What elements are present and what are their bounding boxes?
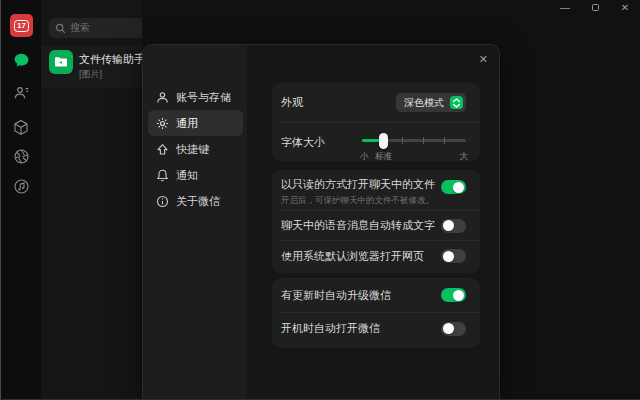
avatar-logo: 17 (14, 20, 29, 32)
menu-label: 账号与存储 (176, 90, 231, 105)
chat-list-panel: 搜索 + 文件传输助手 [图片] (41, 0, 142, 400)
appearance-select[interactable]: 深色模式 (396, 93, 466, 112)
launch-on-startup-label: 开机时自动打开微信 (281, 321, 380, 336)
dialog-close-button[interactable]: ✕ (479, 53, 488, 66)
channels-icon[interactable] (12, 177, 30, 195)
readonly-files-label: 以只读的方式打开聊天中的文件 (281, 177, 435, 192)
settings-menu: 账号与存储 通用 快捷键 通知 关于微信 (143, 45, 247, 400)
appearance-value: 深色模式 (404, 96, 444, 110)
select-chevrons-icon (450, 96, 463, 109)
menu-item-general[interactable]: 通用 (148, 110, 243, 136)
menu-label: 通用 (176, 116, 198, 131)
voice-to-text-label: 聊天中的语音消息自动转成文字 (281, 218, 435, 233)
search-icon (55, 23, 66, 34)
menu-label: 快捷键 (176, 142, 209, 157)
nav-rail: 17 (1, 0, 41, 400)
chat-icon[interactable] (12, 51, 30, 69)
font-size-min: 小 (360, 151, 369, 161)
settings-dialog: ✕ 账号与存储 通用 快捷键 通知 关于微信 (142, 44, 500, 400)
readonly-files-toggle[interactable] (441, 180, 466, 194)
chat-preview: [图片] (79, 68, 102, 81)
info-icon (156, 195, 169, 208)
launch-on-startup-toggle[interactable] (441, 322, 466, 336)
user-icon (156, 91, 169, 104)
voice-to-text-toggle[interactable] (441, 219, 466, 233)
wechat-window: — ✕ 17 搜索 + (0, 0, 640, 400)
update-card: 有更新时自动升级微信 开机时自动打开微信 (272, 278, 480, 348)
auto-update-toggle[interactable] (441, 288, 466, 302)
minimize-button[interactable]: — (550, 0, 580, 15)
menu-item-about[interactable]: 关于微信 (148, 188, 243, 214)
shortcut-key-icon (156, 143, 169, 156)
menu-item-shortcuts[interactable]: 快捷键 (148, 136, 243, 162)
font-size-max: 大 (460, 151, 469, 161)
contacts-icon[interactable] (12, 84, 30, 102)
menu-label: 关于微信 (176, 194, 220, 209)
auto-update-label: 有更新时自动升级微信 (281, 288, 391, 303)
default-browser-label: 使用系统默认浏览器打开网页 (281, 249, 424, 264)
file-transfer-icon (49, 50, 73, 74)
font-size-current: 标准 (375, 151, 392, 161)
font-size-label: 字体大小 (281, 135, 325, 150)
user-avatar[interactable]: 17 (10, 14, 33, 37)
file-browser-card: 以只读的方式打开聊天中的文件 开启后，可保护聊天中的文件不被修改。 聊天中的语音… (272, 170, 480, 273)
menu-label: 通知 (176, 168, 198, 183)
chat-list-item-file-helper[interactable]: 文件传输助手 [图片] (41, 46, 142, 88)
maximize-button[interactable] (580, 0, 610, 15)
miniprogram-icon[interactable] (12, 118, 30, 136)
chat-title: 文件传输助手 (79, 52, 142, 67)
readonly-files-description: 开启后，可保护聊天中的文件不被修改。 (281, 195, 435, 207)
bell-icon (156, 169, 169, 182)
slider-thumb[interactable] (379, 133, 388, 149)
maximize-icon (592, 4, 599, 11)
font-size-slider[interactable]: 小 标准 大 (362, 131, 466, 161)
settings-general-pane: 外观 深色模式 字体大小 (247, 45, 500, 400)
default-browser-toggle[interactable] (441, 249, 466, 263)
menu-item-account-storage[interactable]: 账号与存储 (148, 84, 243, 110)
close-button[interactable]: ✕ (610, 0, 640, 15)
appearance-label: 外观 (281, 95, 303, 110)
search-input[interactable]: 搜索 (49, 18, 142, 38)
appearance-card: 外观 深色模式 字体大小 (272, 83, 480, 161)
gear-icon (156, 117, 169, 130)
moments-icon[interactable] (12, 147, 30, 165)
window-controls: — ✕ (550, 0, 640, 15)
menu-item-notifications[interactable]: 通知 (148, 162, 243, 188)
search-placeholder: 搜索 (70, 21, 90, 35)
